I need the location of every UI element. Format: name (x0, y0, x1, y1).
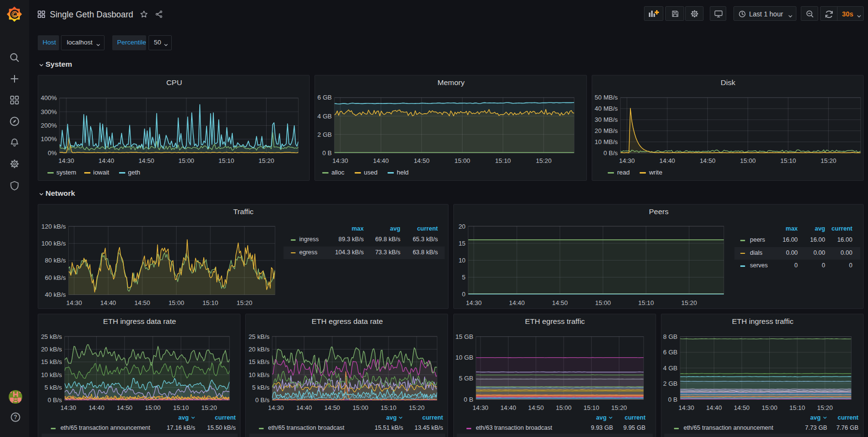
svg-text:6 GB: 6 GB (317, 94, 332, 101)
svg-text:15:20: 15:20 (821, 157, 837, 164)
svg-text:20: 20 (458, 223, 465, 230)
svg-text:15: 15 (458, 240, 465, 247)
svg-text:20 kB/s: 20 kB/s (41, 346, 62, 353)
svg-text:15:10: 15:10 (381, 404, 397, 411)
svg-text:60 kB/s: 60 kB/s (45, 274, 66, 281)
svg-text:15:00: 15:00 (555, 404, 571, 411)
svg-text:5 GB: 5 GB (459, 375, 473, 382)
svg-text:15:20: 15:20 (817, 404, 833, 411)
svg-text:14:30: 14:30 (59, 157, 75, 164)
svg-text:30 MB/s: 30 MB/s (595, 116, 618, 123)
svg-text:15:00: 15:00 (168, 299, 184, 306)
svg-text:14:50: 14:50 (414, 157, 430, 164)
svg-text:15:10: 15:10 (219, 157, 235, 164)
svg-text:0: 0 (462, 291, 465, 298)
svg-text:5 kB/s: 5 kB/s (45, 384, 62, 391)
svg-text:15:20: 15:20 (258, 157, 274, 164)
svg-text:14:50: 14:50 (700, 157, 716, 164)
svg-text:15:20: 15:20 (237, 299, 253, 306)
svg-text:15 kB/s: 15 kB/s (249, 358, 270, 365)
svg-text:10 GB: 10 GB (455, 354, 473, 361)
svg-text:0 B: 0 B (464, 395, 473, 403)
svg-text:15:10: 15:10 (638, 299, 654, 306)
svg-text:14:50: 14:50 (135, 299, 150, 306)
svg-text:200%: 200% (41, 122, 57, 129)
svg-text:15 GB: 15 GB (455, 333, 473, 340)
svg-text:120 kB/s: 120 kB/s (42, 223, 66, 230)
svg-text:6 GB: 6 GB (663, 349, 677, 356)
svg-text:2 GB: 2 GB (663, 380, 677, 387)
svg-text:15:20: 15:20 (201, 404, 217, 411)
svg-text:14:50: 14:50 (325, 404, 341, 411)
svg-text:14:30: 14:30 (678, 404, 694, 411)
svg-text:10: 10 (458, 257, 465, 264)
svg-text:50 MB/s: 50 MB/s (595, 94, 618, 101)
svg-text:20 kB/s: 20 kB/s (249, 346, 270, 353)
svg-text:14:30: 14:30 (66, 299, 82, 306)
svg-text:15:10: 15:10 (780, 157, 796, 164)
svg-text:14:30: 14:30 (332, 157, 348, 164)
svg-text:14:50: 14:50 (552, 299, 568, 306)
svg-text:14:40: 14:40 (500, 404, 516, 411)
svg-text:10 kB/s: 10 kB/s (249, 371, 270, 378)
svg-text:40 MB/s: 40 MB/s (595, 105, 618, 112)
svg-text:15:00: 15:00 (595, 299, 611, 306)
svg-text:14:50: 14:50 (528, 404, 544, 411)
svg-text:5: 5 (462, 274, 465, 281)
svg-text:14:40: 14:40 (89, 404, 105, 411)
svg-text:14:40: 14:40 (659, 157, 675, 164)
svg-text:14:50: 14:50 (734, 404, 750, 411)
svg-text:15:20: 15:20 (681, 299, 697, 306)
svg-text:14:40: 14:40 (98, 157, 114, 164)
svg-text:14:40: 14:40 (706, 404, 722, 411)
svg-text:15:00: 15:00 (740, 157, 756, 164)
svg-text:14:40: 14:40 (100, 299, 116, 306)
svg-text:0 B/s: 0 B/s (603, 149, 618, 157)
svg-text:80 kB/s: 80 kB/s (45, 257, 66, 264)
svg-text:8 GB: 8 GB (663, 333, 677, 340)
svg-text:14:30: 14:30 (268, 404, 284, 411)
svg-text:15:00: 15:00 (762, 404, 778, 411)
svg-text:14:30: 14:30 (465, 299, 481, 306)
svg-text:15:10: 15:10 (173, 404, 189, 411)
svg-text:4 GB: 4 GB (663, 364, 677, 371)
svg-text:20 MB/s: 20 MB/s (595, 127, 618, 134)
svg-text:15:10: 15:10 (584, 404, 599, 411)
svg-text:15:20: 15:20 (409, 404, 425, 411)
svg-text:0 B/s: 0 B/s (47, 396, 62, 404)
svg-text:5 kB/s: 5 kB/s (252, 384, 270, 391)
svg-text:0%: 0% (48, 149, 57, 157)
svg-text:14:30: 14:30 (472, 404, 488, 411)
svg-text:0 B: 0 B (322, 149, 332, 157)
svg-text:15:00: 15:00 (179, 157, 195, 164)
svg-text:14:40: 14:40 (509, 299, 524, 306)
svg-text:14:50: 14:50 (138, 157, 154, 164)
svg-text:100 kB/s: 100 kB/s (42, 240, 66, 247)
svg-text:10 kB/s: 10 kB/s (41, 371, 62, 378)
svg-text:25 kB/s: 25 kB/s (249, 333, 270, 340)
svg-text:15:10: 15:10 (203, 299, 219, 306)
svg-text:400%: 400% (41, 94, 57, 102)
svg-text:?: ? (14, 414, 17, 421)
svg-text:14:40: 14:40 (296, 404, 312, 411)
svg-text:14:40: 14:40 (373, 157, 389, 164)
svg-text:2 GB: 2 GB (317, 131, 332, 138)
svg-text:0 B: 0 B (668, 395, 677, 403)
svg-text:40 kB/s: 40 kB/s (45, 291, 66, 298)
svg-text:15:00: 15:00 (353, 404, 369, 411)
svg-text:15:00: 15:00 (455, 157, 471, 164)
svg-text:14:50: 14:50 (117, 404, 133, 411)
svg-text:15:10: 15:10 (495, 157, 511, 164)
svg-text:14:30: 14:30 (60, 404, 76, 411)
svg-text:15:00: 15:00 (145, 404, 161, 411)
svg-text:15:10: 15:10 (789, 404, 805, 411)
svg-text:25 kB/s: 25 kB/s (41, 333, 62, 340)
svg-text:15:20: 15:20 (536, 157, 552, 164)
svg-text:300%: 300% (41, 108, 57, 116)
svg-text:15:20: 15:20 (611, 404, 627, 411)
svg-text:14:30: 14:30 (619, 157, 635, 164)
svg-text:100%: 100% (41, 135, 57, 143)
svg-text:4 GB: 4 GB (317, 113, 332, 120)
svg-text:10 MB/s: 10 MB/s (595, 138, 618, 146)
svg-text:0 B/s: 0 B/s (255, 396, 270, 404)
